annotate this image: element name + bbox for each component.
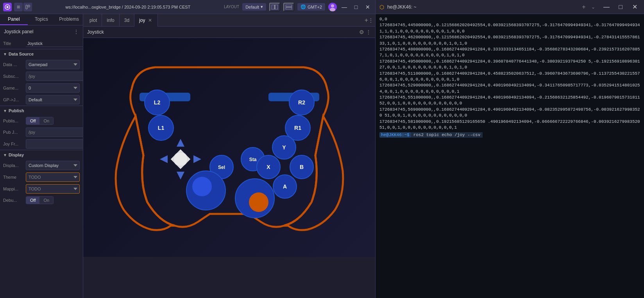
terminal-maximize-button[interactable]: □	[615, 2, 626, 13]
joystick-header-buttons: ⚙ ⋮	[359, 29, 371, 35]
terminal-tab-chevron-button[interactable]: ⌄	[589, 4, 598, 10]
publish-toggle-row: Publis... Off On	[0, 115, 83, 126]
layout-label: LAYOUT	[224, 5, 239, 9]
terminal-line: 1726834745,581000000,,0.1921568512916565…	[379, 119, 640, 131]
display-arrow-icon: ▼	[3, 153, 7, 157]
data-source-label: Data Source	[9, 52, 34, 56]
data-type-select[interactable]: Gamepad	[26, 60, 80, 69]
terminal-line: 0,0	[379, 16, 640, 22]
gamepad-select[interactable]: 0	[26, 83, 80, 93]
tab-info[interactable]: info	[102, 14, 119, 27]
theme-row: Theme TODO	[0, 171, 83, 183]
sidebar-tab-panel[interactable]: Panel	[0, 14, 28, 25]
layout-button[interactable]: Default ▾	[242, 3, 266, 11]
debug-row: Debu... Off On	[0, 195, 83, 206]
sidebar: Panel Topics Problems Joystick panel ⋮ T…	[0, 14, 83, 298]
terminal-line: 1726834745,529000000,,0.1686274409294128…	[379, 83, 640, 95]
gp-mapping-select[interactable]: Default	[26, 95, 80, 104]
close-button[interactable]: ✕	[363, 3, 372, 11]
terminal-new-tab-button[interactable]: +	[579, 4, 589, 11]
debug-on-button[interactable]: On	[39, 197, 53, 204]
terminal-close-button[interactable]: ✕	[629, 2, 640, 13]
display-type-row: Displa... Custom Display	[0, 160, 83, 171]
gp-label: GP->J...	[3, 97, 23, 102]
sidebar-tab-topics[interactable]: Topics	[28, 14, 55, 25]
title-input[interactable]	[26, 40, 83, 47]
tab-menu-button[interactable]: ⋮	[368, 17, 374, 23]
dpad	[160, 139, 201, 180]
display-type-select[interactable]: Custom Display	[26, 161, 80, 170]
mapping-label: Mappi...	[3, 187, 23, 191]
subscribe-label: Subsc...	[3, 74, 23, 79]
tab-add-button[interactable]: +	[365, 17, 368, 24]
svg-marker-19	[160, 155, 168, 163]
title-bar-right: LAYOUT Default ▾ 🌐 GMT+2 — □ ✕	[224, 3, 372, 11]
gamepad-row: Game... 0	[0, 82, 83, 94]
main-area: Panel Topics Problems Joystick panel ⋮ T…	[0, 14, 375, 298]
panel-icon[interactable]	[23, 3, 32, 11]
terminal-command: ros2 topic echo /joy --csv	[411, 132, 483, 138]
terminal-line: 1726834745,480000000,,0.1686274409294128…	[379, 47, 640, 59]
minimize-button[interactable]: —	[340, 3, 349, 11]
sidebar-tab-problems[interactable]: Problems	[55, 14, 83, 25]
terminal-tabs-row: + ⌄	[579, 4, 598, 11]
terminal-title-bar: ⬡ he@JKK46: ~ + ⌄ — □ ✕	[376, 0, 644, 14]
svg-point-9	[330, 8, 335, 11]
data-source-section-header[interactable]: ▼ Data Source	[0, 49, 83, 59]
publish-on-button[interactable]: On	[39, 117, 53, 124]
a-label: A	[283, 183, 286, 190]
joystick-settings-button[interactable]: ⚙	[359, 29, 364, 35]
display-section-header[interactable]: ▼ Display	[0, 150, 83, 160]
data-type-row: Data ... Gamepad	[0, 59, 83, 70]
joystick-panel: Joystick ⚙ ⋮	[83, 27, 375, 298]
svg-marker-20	[193, 155, 201, 163]
pub-j-input[interactable]	[26, 127, 83, 137]
gamepad-svg: L2 R2 L1 R1	[93, 38, 366, 257]
tab-plot[interactable]: plot	[85, 14, 102, 27]
debug-off-button[interactable]: Off	[26, 197, 39, 204]
mapping-row: Mappi... TODO	[0, 183, 83, 195]
terminal-body[interactable]: 0,01726834745,445000000,,0.1215686202049…	[376, 14, 644, 298]
svg-marker-17	[177, 139, 184, 147]
publish-section-header[interactable]: ▼ Publish	[0, 106, 83, 115]
terminal-line: 1726834745,551000000,,0.1686274409294128…	[379, 95, 640, 107]
publish-toggle-label: Publis...	[3, 118, 23, 123]
sidebar-panel-title: Joystick panel	[4, 29, 33, 34]
grid-icon[interactable]: ⊞	[14, 3, 23, 11]
terminal-line: 1726834745,462000000,,0.1215686202049255…	[379, 34, 640, 47]
tab-joy[interactable]: joy ✕	[134, 14, 158, 27]
joy-fr-input[interactable]	[26, 139, 83, 149]
globe-icon: 🌐	[301, 4, 306, 9]
terminal-line: 1726834745,511000000,,0.1686274409294128…	[379, 71, 640, 83]
terminal-prompt-line: he@JKK46:~$ ros2 topic echo /joy --csv	[379, 132, 640, 138]
mapping-select[interactable]: TODO	[26, 184, 80, 194]
svg-rect-7	[286, 7, 292, 9]
title-bar-left: ⊞	[3, 3, 32, 11]
timezone-label: GMT+2	[308, 5, 322, 9]
terminal-icon: ⬡	[379, 4, 384, 10]
view-toggle-2-icon[interactable]	[283, 3, 294, 11]
timezone-button[interactable]: 🌐 GMT+2	[297, 3, 325, 11]
publish-arrow-icon: ▼	[3, 109, 7, 113]
terminal-minimize-button[interactable]: —	[601, 2, 612, 13]
theme-select[interactable]: TODO	[26, 172, 80, 182]
publish-label: Publish	[9, 108, 24, 113]
view-toggle-1-icon[interactable]	[269, 3, 280, 11]
joystick-menu-button[interactable]: ⋮	[366, 29, 371, 35]
sidebar-kebab-button[interactable]: ⋮	[73, 29, 79, 35]
maximize-button[interactable]: □	[352, 3, 360, 11]
user-avatar[interactable]	[328, 3, 337, 11]
display-type-label: Displa...	[3, 163, 23, 168]
layout-chevron-icon: ▾	[261, 4, 263, 9]
foxglove-window: ⊞ ws://localho...oxglove_bridge / 2024-0…	[0, 0, 375, 298]
joy-frame-row: Joy Fr...	[0, 138, 83, 150]
svg-point-8	[331, 4, 334, 7]
tab-3d[interactable]: 3d	[120, 14, 134, 27]
tab-joy-close-button[interactable]: ✕	[147, 18, 153, 23]
subscribe-input[interactable]	[26, 72, 83, 81]
sel-label: Sel	[218, 165, 225, 170]
publish-off-button[interactable]: Off	[26, 117, 39, 124]
r2-label: R2	[298, 99, 305, 106]
title-label: Title	[3, 41, 23, 46]
debug-label: Debu...	[3, 198, 23, 203]
